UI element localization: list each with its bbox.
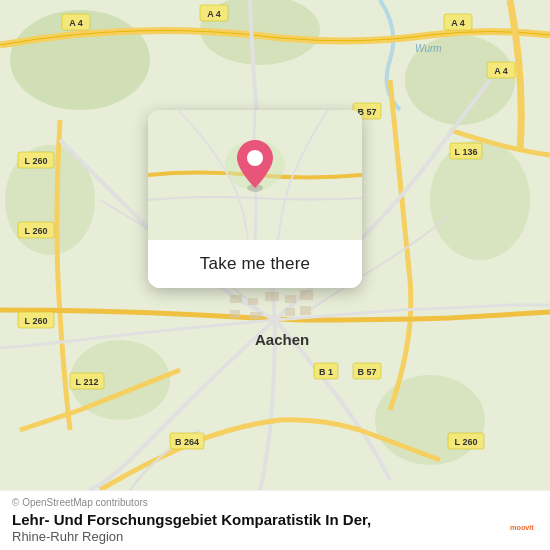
map-container: Aachen A 4 A 4 A 4 A 4 L 260 L 260 L 260… xyxy=(0,0,550,490)
svg-text:L 212: L 212 xyxy=(76,377,99,387)
svg-text:A 4: A 4 xyxy=(69,18,83,28)
svg-rect-10 xyxy=(265,292,279,301)
svg-text:Aachen: Aachen xyxy=(255,331,309,348)
popup-map-preview xyxy=(148,110,362,240)
svg-text:B 264: B 264 xyxy=(175,437,199,447)
svg-point-50 xyxy=(247,150,263,166)
svg-text:A 4: A 4 xyxy=(451,18,465,28)
moovit-logo: moovit xyxy=(508,512,538,542)
svg-text:L 260: L 260 xyxy=(25,156,48,166)
svg-rect-11 xyxy=(285,295,296,303)
svg-text:A 4: A 4 xyxy=(494,66,508,76)
navigation-popup: Take me there xyxy=(148,110,362,288)
bottom-info-bar: © OpenStreetMap contributors Lehr- Und F… xyxy=(0,490,550,550)
svg-rect-8 xyxy=(230,295,242,303)
take-me-there-button[interactable]: Take me there xyxy=(148,240,362,288)
svg-rect-12 xyxy=(300,290,313,300)
svg-point-7 xyxy=(375,375,485,465)
svg-text:moovit: moovit xyxy=(510,523,534,532)
map-attribution: © OpenStreetMap contributors xyxy=(12,497,538,508)
location-name: Lehr- Und Forschungsgebiet Komparatistik… xyxy=(12,510,538,530)
svg-text:A 4: A 4 xyxy=(207,9,221,19)
svg-rect-15 xyxy=(285,308,295,316)
svg-rect-14 xyxy=(250,312,262,319)
svg-text:L 260: L 260 xyxy=(25,226,48,236)
svg-text:L 260: L 260 xyxy=(455,437,478,447)
location-region: Rhine-Ruhr Region xyxy=(12,529,538,544)
svg-rect-13 xyxy=(230,310,240,318)
svg-text:Wurm: Wurm xyxy=(415,43,442,54)
svg-text:B 57: B 57 xyxy=(357,367,376,377)
moovit-icon: moovit xyxy=(508,512,538,542)
svg-text:L 136: L 136 xyxy=(455,147,478,157)
svg-rect-9 xyxy=(248,298,258,305)
svg-rect-16 xyxy=(300,306,311,315)
svg-text:B 1: B 1 xyxy=(319,367,333,377)
svg-text:L 260: L 260 xyxy=(25,316,48,326)
